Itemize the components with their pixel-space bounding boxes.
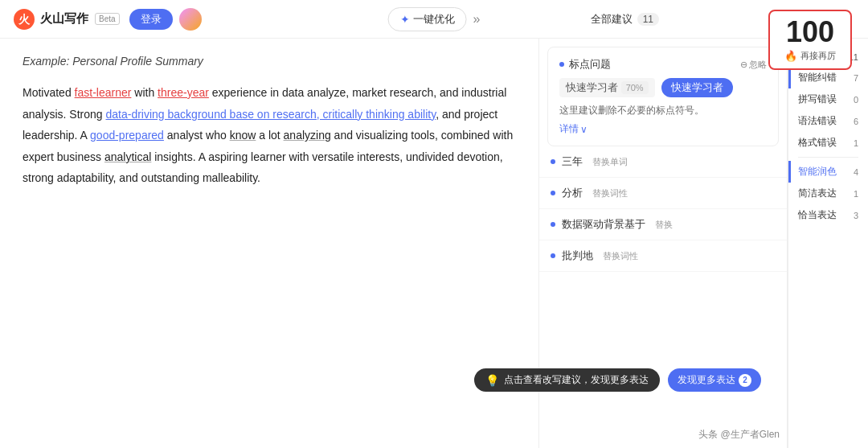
original-word: 快速学习者 70% [559,78,655,97]
suggestion-item-0[interactable]: 三年 替换单词 [539,146,787,178]
dot-icon [551,222,555,227]
score-box: 100 🔥 再接再厉 [768,10,852,70]
score-number: 100 [784,18,836,47]
app-name: 火山写作 [40,11,88,27]
discover-label: 发现更多表达 [678,373,735,387]
item-tag-0: 替换单词 [592,156,628,168]
sidebar-divider [798,157,858,158]
suggestion-card-punctuation: 标点问题 ⊖ 忽略 快速学习者 70% 快速学习者 这里建议删除不必要的标点符号… [547,47,779,146]
text-motivated: Motivated [23,86,75,99]
star-icon: ✦ [400,13,410,26]
sidebar-item-grammar[interactable]: 语法错误 6 [788,110,868,132]
item-label-1: 分析 [562,186,583,200]
discover-button[interactable]: 发现更多表达 2 [668,368,761,392]
text-with: with [131,86,158,99]
watermark: 头条 @生产者Glen [698,428,780,442]
score-text: 再接再厉 [800,50,836,62]
item-tag-3: 替换词性 [603,250,638,262]
text-analytical[interactable]: analytical [104,150,151,163]
sidebar-item-format[interactable]: 格式错误 1 [788,132,868,154]
item-label-0: 三年 [562,154,583,169]
suggestion-note: 这里建议删除不必要的标点符号。 [559,104,767,117]
suggestion-item-1[interactable]: 分析 替换词性 [539,178,787,209]
right-sidebar: 全部建议 11 智能纠错 7 拼写错误 0 语法错误 6 格式错误 1 智能润色… [788,39,868,448]
discover-badge: 2 [739,374,751,387]
tooltip-text: 点击查看改写建议，发现更多表达 [504,373,649,387]
center-actions: ✦ 一键优化 » [388,7,481,31]
editor-panel: Example: Personal Profile Summary Motiva… [0,39,538,448]
sidebar-item-smart-correct[interactable]: 智能纠错 7 [788,67,868,88]
text-lot: a lot [256,129,283,142]
item-tag-2: 替换 [655,219,673,231]
doc-title: Example: Personal Profile Summary [23,55,516,68]
navbar: 火 火山写作 Beta 登录 ✦ 一键优化 » 全部建议 11 [0,0,868,39]
fire-icon: 🔥 [784,50,797,62]
suggested-word-button[interactable]: 快速学习者 [661,78,733,97]
suggestions-text: 全部建议 [591,12,633,27]
item-label-2: 数据驱动背景基于 [562,217,645,232]
text-know[interactable]: know [230,129,256,142]
tooltip-bubble: 💡 点击查看改写建议，发现更多表达 [474,368,660,392]
dot-icon [551,191,555,195]
dot-icon [551,253,555,258]
bulb-icon: 💡 [485,374,499,387]
dot-icon [551,159,555,164]
card-header: 标点问题 ⊖ 忽略 [559,57,767,72]
text-data-driving[interactable]: data-driving background base on research… [106,108,436,121]
score-sublabel: 🔥 再接再厉 [784,50,836,62]
item-tag-1: 替换词性 [592,187,628,199]
suggestion-item-2[interactable]: 数据驱动背景基于 替换 [539,209,787,240]
text-three-year[interactable]: three-year [158,86,209,99]
sidebar-item-proper[interactable]: 恰当表达 3 [788,204,868,226]
text-good-prepared[interactable]: good-prepared [90,129,164,142]
sidebar-item-smart-tone[interactable]: 智能润色 4 [788,161,868,183]
text-analyst: analyst who [164,129,230,142]
svg-text:火: 火 [18,13,31,26]
ignore-button[interactable]: ⊖ 忽略 [740,59,767,71]
login-button[interactable]: 登录 [129,9,173,30]
suggestion-words: 快速学习者 70% 快速学习者 [559,78,767,97]
ignore-icon: ⊖ [740,60,747,70]
sidebar-item-spell[interactable]: 拼写错误 0 [788,88,868,110]
sidebar-item-concise[interactable]: 简洁表达 1 [788,183,868,204]
suggestion-dot-icon [559,62,564,67]
optimize-label: 一键优化 [413,12,455,27]
suggestions-label-area: 全部建议 11 [591,12,659,27]
text-fast-learner[interactable]: fast-learner [75,86,132,99]
detail-button[interactable]: 详情 ∨ [559,122,767,136]
beta-badge: Beta [95,13,120,25]
logo-icon: 火 [13,8,35,31]
suggestion-type: 标点问题 [559,57,611,72]
item-label-3: 批判地 [562,249,593,263]
text-analyzing[interactable]: analyzing [284,129,331,142]
tooltip-bar: 💡 点击查看改写建议，发现更多表达 发现更多表达 2 [474,368,761,392]
avatar-button[interactable] [179,8,202,31]
suggestions-count-badge: 11 [637,13,659,26]
optimize-button[interactable]: ✦ 一键优化 [388,7,467,31]
doc-body: Motivated fast-learner with three-year e… [23,82,516,189]
more-button[interactable]: » [473,12,481,27]
logo-area: 火 火山写作 Beta [13,8,120,31]
suggestion-item-3[interactable]: 批判地 替换词性 [539,240,787,272]
